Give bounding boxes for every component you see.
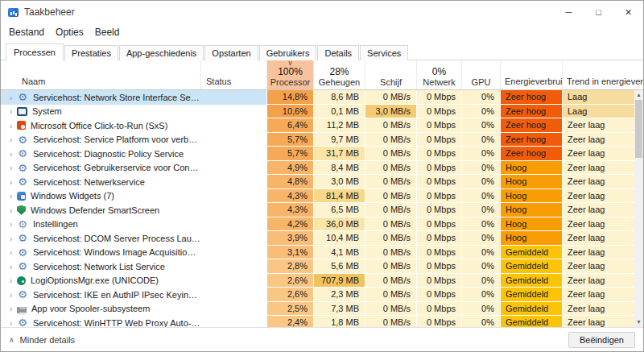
- tab-opstarten[interactable]: Opstarten: [204, 45, 258, 60]
- expand-chevron-icon[interactable]: ›: [6, 290, 16, 300]
- expand-chevron-icon[interactable]: ›: [6, 177, 16, 187]
- process-row[interactable]: ›App voor Spooler-subsysteem2,5%7,3 MB0 …: [1, 302, 643, 317]
- maximize-button[interactable]: □: [584, 1, 613, 23]
- tab-app-geschiedenis[interactable]: App-geschiedenis: [119, 45, 204, 60]
- column-header-schijf[interactable]: Schijf: [365, 60, 416, 89]
- expand-chevron-icon[interactable]: ›: [6, 205, 16, 215]
- tab-services[interactable]: Services: [360, 45, 408, 60]
- expand-chevron-icon[interactable]: ›: [6, 121, 16, 130]
- process-row[interactable]: ›Windows Defender SmartScreen4,3%6,5 MB0…: [1, 203, 643, 217]
- column-header-status[interactable]: Status: [200, 60, 266, 89]
- vertical-scrollbar[interactable]: ▴ ▾: [634, 90, 643, 327]
- process-row[interactable]: ›Servicehost: Windows Image Acquisition …: [1, 246, 643, 260]
- expand-chevron-icon[interactable]: ›: [6, 304, 16, 313]
- process-name-cell[interactable]: ›LogiOptionsMgr.exe (UNICODE): [1, 274, 200, 288]
- tab-prestaties[interactable]: Prestaties: [64, 45, 118, 60]
- process-name-cell[interactable]: ›Servicehost: Network List Service: [1, 259, 200, 274]
- process-name-cell[interactable]: ›Servicehost: IKE en AuthIP IPsec Keying…: [1, 288, 200, 302]
- expand-chevron-icon[interactable]: ›: [6, 234, 16, 243]
- expand-chevron-icon[interactable]: ›: [6, 135, 16, 144]
- column-header-naam[interactable]: Naam: [1, 60, 200, 89]
- menu-item-beeld[interactable]: Beeld: [89, 25, 126, 39]
- process-network-cell: 0 Mbps: [416, 231, 461, 246]
- process-name: Servicehost: Gebruikerservice voor Conne…: [33, 163, 200, 172]
- scrollbar-thumb[interactable]: [635, 100, 642, 158]
- process-row[interactable]: ›Instellingen4,2%36,0 MB0 MB/s0 Mbps0%Ho…: [1, 217, 643, 232]
- process-name-cell[interactable]: ›Windows Widgets (7): [1, 189, 200, 204]
- column-header-processor[interactable]: ∨ 100% Processor: [266, 60, 313, 89]
- expand-chevron-icon[interactable]: ›: [6, 191, 16, 201]
- process-row[interactable]: ›Servicehost: Gebruikerservice voor Conn…: [1, 161, 643, 176]
- column-header-geheugen[interactable]: 28% Geheugen: [313, 60, 365, 89]
- process-row[interactable]: ›Servicehost: Service Platform voor verb…: [1, 133, 643, 147]
- close-button[interactable]: ×: [613, 1, 643, 23]
- details-toggle[interactable]: ∧ Minder details: [9, 335, 75, 345]
- process-name: System: [32, 106, 62, 116]
- expand-chevron-icon[interactable]: ›: [6, 262, 16, 271]
- process-name-cell[interactable]: ›Servicehost: Network Store Interface Se…: [1, 90, 200, 105]
- tab-gebruikers[interactable]: Gebruikers: [259, 45, 317, 60]
- tab-processen[interactable]: Processen: [6, 43, 64, 60]
- process-memory-cell: 8,6 MB: [313, 90, 365, 105]
- servicehost-gear-icon: [17, 176, 28, 188]
- process-trend-cell: Zeer laag: [562, 133, 643, 147]
- expand-chevron-icon[interactable]: ›: [6, 219, 16, 229]
- process-cpu-cell: 2,4%: [266, 316, 313, 327]
- scroll-up-icon[interactable]: ▴: [637, 90, 640, 100]
- column-header-gpu[interactable]: GPU: [461, 60, 500, 89]
- menu-item-bestand[interactable]: Bestand: [3, 25, 50, 39]
- process-name-cell[interactable]: ›Servicehost: Netwerkservice: [1, 175, 200, 189]
- column-label-geheugen: Geheugen: [319, 77, 360, 87]
- process-name-cell[interactable]: ›Servicehost: WinHTTP Web Proxy Auto-Dis…: [1, 316, 200, 327]
- window-controls: ─ □ ×: [554, 1, 643, 23]
- process-row[interactable]: ›Servicehost: Network List Service2,8%5,…: [1, 259, 643, 274]
- process-disk-cell: 0 MB/s: [365, 217, 416, 232]
- expand-chevron-icon[interactable]: ›: [6, 106, 16, 116]
- process-row[interactable]: ›Windows Widgets (7)4,3%81,4 MB0 MB/s0 M…: [1, 189, 643, 204]
- process-row[interactable]: ›Servicehost: WinHTTP Web Proxy Auto-Dis…: [1, 316, 643, 327]
- column-header-trend[interactable]: Trend in energieverbruik: [562, 60, 643, 89]
- minimize-button[interactable]: ─: [554, 1, 584, 23]
- process-name-cell[interactable]: ›Windows Defender SmartScreen: [1, 203, 200, 217]
- process-row[interactable]: ›Servicehost: IKE en AuthIP IPsec Keying…: [1, 288, 643, 302]
- menu-item-opties[interactable]: Opties: [50, 25, 89, 39]
- process-name-cell[interactable]: ›Instellingen: [1, 217, 200, 232]
- process-cpu-cell: 5,7%: [266, 147, 313, 161]
- process-name-cell[interactable]: ›Servicehost: Service Platform voor verb…: [1, 133, 200, 147]
- expand-chevron-icon[interactable]: ›: [6, 149, 16, 159]
- column-label-energieverbruik: Energieverbruik: [505, 77, 562, 86]
- process-name-cell[interactable]: ›App voor Spooler-subsysteem: [1, 302, 200, 317]
- process-row[interactable]: ›Servicehost: Network Store Interface Se…: [1, 90, 643, 105]
- expand-chevron-icon[interactable]: ›: [6, 163, 16, 172]
- process-status-cell: [200, 161, 266, 176]
- process-network-cell: 0 Mbps: [416, 203, 461, 217]
- end-task-button[interactable]: Beëindigen: [568, 332, 635, 348]
- expand-chevron-icon[interactable]: ›: [6, 318, 16, 327]
- process-row[interactable]: ›Servicehost: Netwerkservice4,8%3,0 MB0 …: [1, 175, 643, 189]
- process-name-cell[interactable]: ›Servicehost: Gebruikerservice voor Conn…: [1, 161, 200, 176]
- process-name-cell[interactable]: ›System: [1, 105, 200, 119]
- process-row[interactable]: ›Servicehost: DCOM Server Process Launch…: [1, 231, 643, 246]
- expand-chevron-icon[interactable]: ›: [6, 247, 16, 257]
- expand-chevron-icon[interactable]: ›: [6, 93, 16, 102]
- process-name-cell[interactable]: ›Servicehost: Windows Image Acquisition …: [1, 246, 200, 260]
- expand-chevron-icon[interactable]: ›: [6, 275, 16, 285]
- process-row[interactable]: ›Microsoft Office Click-to-Run (SxS)6,4%…: [1, 118, 643, 133]
- process-name-cell[interactable]: ›Microsoft Office Click-to-Run (SxS): [1, 118, 200, 133]
- column-label-netwerk: Netwerk: [423, 77, 455, 87]
- process-row[interactable]: ›System10,6%0,1 MB3,0 MB/s0 Mbps0%Zeer h…: [1, 105, 643, 119]
- process-status-cell: [200, 105, 266, 119]
- process-memory-cell: 31,7 MB: [313, 147, 365, 161]
- process-network-cell: 0 Mbps: [416, 118, 461, 133]
- column-header-netwerk[interactable]: 0% Netwerk: [416, 60, 461, 89]
- column-header-energieverbruik[interactable]: Energieverbruik: [500, 60, 562, 89]
- process-name-cell[interactable]: ›Servicehost: Diagnostic Policy Service: [1, 147, 200, 161]
- process-name: Servicehost: WinHTTP Web Proxy Auto-Disc…: [33, 318, 200, 327]
- tab-details[interactable]: Details: [317, 45, 359, 60]
- process-row[interactable]: ›Servicehost: Diagnostic Policy Service5…: [1, 147, 643, 161]
- scroll-down-icon[interactable]: ▾: [637, 317, 640, 327]
- process-row[interactable]: ›LogiOptionsMgr.exe (UNICODE)2,6%707,9 M…: [1, 274, 643, 288]
- process-name: LogiOptionsMgr.exe (UNICODE): [31, 275, 159, 285]
- process-memory-cell: 36,0 MB: [313, 217, 365, 232]
- process-name-cell[interactable]: ›Servicehost: DCOM Server Process Launch…: [1, 231, 200, 246]
